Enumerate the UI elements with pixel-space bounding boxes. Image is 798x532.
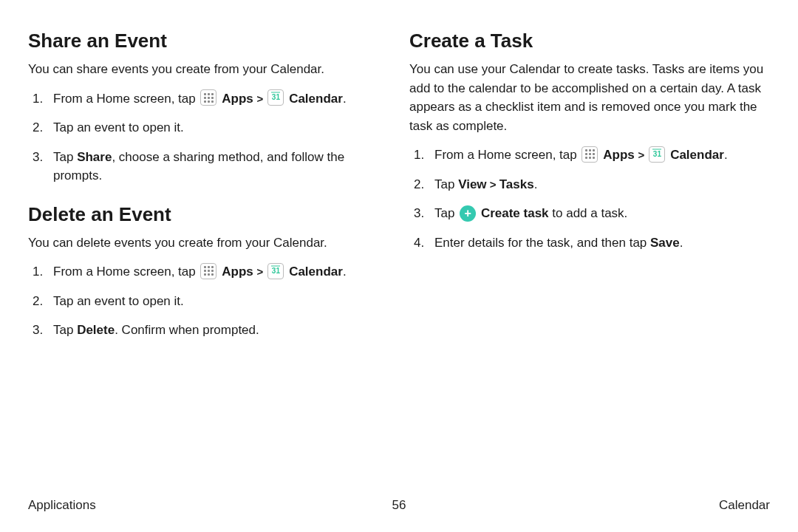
chevron-right-icon: > — [256, 265, 266, 278]
list-item: Tap Delete. Confirm when prompted. — [28, 321, 389, 340]
list-item: Enter details for the task, and then tap… — [409, 233, 770, 253]
list-item: Tap Share, choose a sharing method, and … — [28, 148, 389, 185]
list-item: Tap an event to open it. — [28, 292, 389, 311]
intro-delete-event: You can delete events you create from yo… — [28, 233, 389, 253]
list-item: From a Home screen, tap Apps > 31 Calend… — [28, 262, 389, 282]
step-text: Tap an event to open it. — [53, 294, 184, 308]
apps-label: Apps — [603, 148, 635, 162]
step-text: From a Home screen, tap — [434, 148, 577, 162]
list-item: From a Home screen, tap Apps > 31 Calend… — [409, 146, 770, 165]
footer-left: Applications — [28, 498, 96, 513]
steps-share-event: From a Home screen, tap Apps > 31 Calend… — [28, 89, 389, 185]
apps-label: Apps — [222, 265, 253, 279]
calendar-icon: 31 — [267, 263, 284, 279]
section-create-task: Create a Task You can use your Calendar … — [409, 30, 770, 252]
intro-create-task: You can use your Calendar to create task… — [409, 60, 770, 135]
heading-share-event: Share an Event — [28, 30, 389, 52]
step-text: Tap — [434, 177, 458, 191]
calendar-label: Calendar — [289, 92, 343, 106]
apps-icon — [200, 89, 216, 106]
step-text: to add a task. — [549, 206, 628, 220]
apps-label: Apps — [222, 92, 253, 106]
step-text: . Confirm when prompted. — [115, 323, 259, 337]
step-text: . — [534, 177, 538, 191]
apps-icon — [200, 263, 216, 279]
footer-right: Calendar — [719, 498, 770, 513]
chevron-right-icon: > — [256, 92, 266, 105]
page-columns: Share an Event You can share events you … — [28, 27, 770, 358]
heading-delete-event: Delete an Event — [28, 203, 389, 226]
calendar-label: Calendar — [670, 148, 724, 162]
bold-word: Delete — [77, 323, 115, 337]
bold-word: Create task — [481, 206, 549, 220]
list-item: Tap an event to open it. — [28, 118, 389, 137]
page-number: 56 — [392, 498, 406, 513]
section-share-event: Share an Event You can share events you … — [28, 30, 389, 185]
list-item: From a Home screen, tap Apps > 31 Calend… — [28, 89, 389, 109]
apps-icon — [582, 146, 598, 163]
bold-word: Tasks — [499, 177, 534, 191]
calendar-icon: 31 — [649, 146, 665, 163]
step-text: From a Home screen, tap — [53, 92, 196, 106]
plus-icon: + — [460, 205, 476, 222]
bold-word: View — [458, 177, 486, 191]
step-text: Tap — [434, 206, 458, 220]
intro-share-event: You can share events you create from you… — [28, 60, 389, 79]
bold-word: Save — [650, 236, 680, 250]
steps-delete-event: From a Home screen, tap Apps > 31 Calend… — [28, 262, 389, 340]
bold-word: Share — [77, 150, 112, 164]
chevron-right-icon: > — [487, 178, 499, 191]
right-column: Create a Task You can use your Calendar … — [409, 27, 770, 358]
calendar-icon: 31 — [267, 89, 284, 106]
calendar-label: Calendar — [289, 265, 343, 279]
step-text: Tap — [53, 323, 77, 337]
step-text: Tap an event to open it. — [53, 120, 184, 134]
steps-create-task: From a Home screen, tap Apps > 31 Calend… — [409, 146, 770, 252]
step-text: Enter details for the task, and then tap — [434, 236, 650, 250]
chevron-right-icon: > — [638, 149, 647, 161]
page-footer: Applications 56 Calendar — [28, 498, 770, 513]
left-column: Share an Event You can share events you … — [28, 27, 389, 358]
list-item: Tap View > Tasks. — [409, 175, 770, 194]
list-item: Tap + Create task to add a task. — [409, 204, 770, 223]
heading-create-task: Create a Task — [409, 30, 770, 52]
step-text: . — [680, 236, 683, 250]
step-text: From a Home screen, tap — [53, 265, 196, 279]
step-text: Tap — [53, 150, 77, 164]
section-delete-event: Delete an Event You can delete events yo… — [28, 203, 389, 340]
